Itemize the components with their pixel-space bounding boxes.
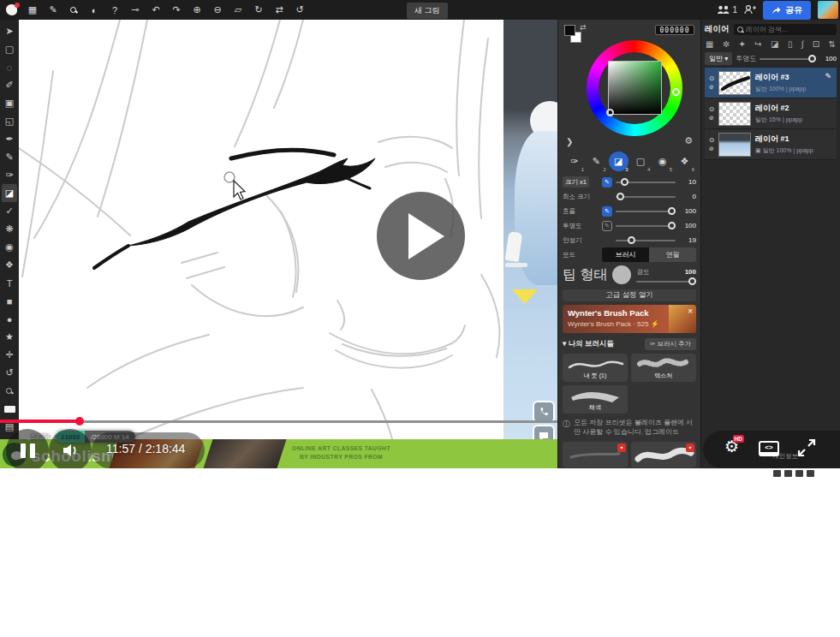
- zoom-out-icon[interactable]: ⊖: [207, 3, 228, 18]
- document-title[interactable]: 새 그림: [407, 3, 448, 19]
- collaborators-count[interactable]: 1: [717, 5, 737, 15]
- opacity-slider[interactable]: [616, 225, 676, 227]
- layer-search-input[interactable]: [746, 26, 833, 33]
- size-label[interactable]: 크기 x1: [563, 176, 589, 188]
- fill-tool[interactable]: ◉: [2, 238, 17, 256]
- group-layers-icon[interactable]: ✲: [723, 39, 730, 49]
- pressure-toggle-icon[interactable]: ✎: [602, 206, 612, 217]
- brush-item[interactable]: 내 붓 (1): [563, 354, 628, 382]
- visibility-eye-icon[interactable]: ⊙: [709, 105, 715, 113]
- fullscreen-icon[interactable]: [797, 438, 816, 461]
- redo-icon[interactable]: ↷: [166, 3, 187, 18]
- footer-icons[interactable]: [773, 470, 814, 477]
- my-brushes-header[interactable]: ▾ 나의 브러시들: [563, 339, 614, 349]
- eyedropper-tool[interactable]: ✒: [2, 130, 17, 148]
- layer-row[interactable]: ⊙⊘ 레이어 #2 일반 15% | ppapp: [705, 98, 837, 129]
- rotate-icon[interactable]: ↻: [248, 3, 269, 18]
- help-icon[interactable]: ?: [104, 3, 125, 18]
- sv-selector[interactable]: [606, 109, 614, 116]
- embed-icon[interactable]: <>: [759, 441, 779, 456]
- tab-fill[interactable]: ◉5: [652, 152, 672, 171]
- poly-select-tool[interactable]: ✐: [2, 76, 17, 94]
- layer-row[interactable]: ⊙⊘ 레이어 #1 ▣일반 100% | ppapp: [705, 129, 837, 160]
- tab-brush[interactable]: ✑1: [564, 152, 584, 171]
- gradient-tool[interactable]: ❖: [2, 256, 17, 274]
- pencil-tool[interactable]: ✎: [2, 148, 17, 166]
- blend-mode-dropdown[interactable]: 일반 ▾: [705, 52, 732, 65]
- duplicate-layer-icon[interactable]: ⊡: [813, 39, 819, 49]
- visibility-eye-icon[interactable]: ⊙: [709, 74, 715, 82]
- locked-brush-item[interactable]: ✦: [563, 442, 628, 467]
- reset-view-icon[interactable]: ↺: [289, 3, 310, 18]
- flip-icon[interactable]: ⇄: [269, 3, 289, 18]
- brush-tool[interactable]: ✑: [2, 166, 17, 184]
- transform-tool[interactable]: ▣: [2, 94, 17, 112]
- lasso-tool[interactable]: ◌: [2, 58, 17, 76]
- merge-layer-icon[interactable]: ⇅: [829, 39, 836, 49]
- layer-lock-icon[interactable]: ⊘: [709, 115, 714, 122]
- text-tool[interactable]: T: [2, 274, 17, 292]
- min-size-slider[interactable]: [616, 196, 676, 198]
- stabilizer-slider[interactable]: [616, 240, 676, 241]
- video-progress-handle[interactable]: [75, 417, 84, 426]
- share-button[interactable]: 공유: [763, 1, 811, 20]
- star-tool[interactable]: ★: [2, 328, 17, 346]
- close-icon[interactable]: ×: [688, 307, 693, 316]
- zoom-tool[interactable]: [2, 382, 17, 400]
- hardness-slider[interactable]: [636, 281, 696, 283]
- pause-button[interactable]: [6, 429, 49, 468]
- zoom-in-icon[interactable]: ⊕: [187, 3, 207, 18]
- search-icon[interactable]: [63, 3, 84, 18]
- smudge-tool[interactable]: ✓: [2, 202, 17, 220]
- layer-opacity-slider[interactable]: [760, 58, 816, 60]
- contrast-icon[interactable]: ◐: [84, 3, 104, 18]
- swatch-tool[interactable]: [2, 400, 17, 418]
- tab-airbrush[interactable]: ❖6: [675, 152, 694, 171]
- rect-tool[interactable]: ■: [2, 292, 17, 310]
- foreground-swatch[interactable]: [564, 25, 575, 36]
- image-icon[interactable]: ▦: [22, 3, 43, 18]
- visibility-eye-icon[interactable]: ⊙: [709, 136, 715, 144]
- play-button[interactable]: [377, 192, 465, 280]
- pressure-toggle-icon[interactable]: ✎: [602, 221, 612, 231]
- undo-icon[interactable]: ↶: [146, 3, 166, 18]
- size-slider[interactable]: [616, 182, 676, 183]
- layer-search[interactable]: [734, 24, 837, 35]
- tab-select[interactable]: ▢4: [630, 152, 650, 171]
- crop-tool[interactable]: ◱: [2, 112, 17, 130]
- brush-item[interactable]: 채색: [563, 385, 628, 414]
- clip-layer-icon[interactable]: ∫: [801, 39, 804, 49]
- hand-tool[interactable]: ✛: [2, 346, 17, 364]
- app-logo-icon[interactable]: [0, 2, 22, 19]
- saturation-square[interactable]: [608, 61, 662, 115]
- add-brush-button[interactable]: ✑ 브러시 추가: [645, 338, 696, 350]
- layer-properties-icon[interactable]: ▦: [706, 39, 713, 49]
- advanced-settings-button[interactable]: 고급 설정 열기: [563, 289, 696, 301]
- clear-layer-icon[interactable]: ◪: [771, 39, 778, 49]
- hue-selector[interactable]: [672, 88, 680, 96]
- avatar[interactable]: [818, 1, 838, 19]
- ellipse-tool[interactable]: ●: [2, 310, 17, 328]
- eraser-tool[interactable]: ◪: [2, 184, 17, 202]
- blend-tool[interactable]: ❋: [2, 220, 17, 238]
- brush-item[interactable]: 텍스쳐: [631, 354, 696, 382]
- pencil-icon[interactable]: ✎: [43, 3, 63, 18]
- collapse-panel-icon[interactable]: ❯: [566, 137, 573, 146]
- move-tool[interactable]: ➤: [2, 22, 17, 40]
- volume-button[interactable]: [49, 429, 92, 468]
- delete-layer-icon[interactable]: ▯: [788, 39, 793, 49]
- swap-colors-icon[interactable]: ⇄: [580, 23, 587, 32]
- mode-brush-button[interactable]: 브러시: [602, 247, 649, 262]
- brush-pack-banner[interactable]: Wynter's Brush Pack Wynter's Brush Pack …: [563, 305, 696, 333]
- export-layer-icon[interactable]: ↪: [754, 39, 761, 49]
- locked-brush-item[interactable]: ✦: [631, 442, 696, 467]
- layer-lock-icon[interactable]: ⊘: [709, 84, 714, 91]
- hex-color-field[interactable]: 000000: [655, 25, 694, 35]
- layer-row[interactable]: ⊙⊘ 레이어 #3 일반 100% | ppapp ✎: [705, 68, 837, 98]
- mode-pencil-button[interactable]: 연필: [649, 247, 696, 262]
- marquee-tool[interactable]: ▢: [2, 40, 17, 58]
- tab-eraser[interactable]: ◪3: [609, 152, 629, 171]
- rotate-canvas-tool[interactable]: ↺: [2, 364, 17, 382]
- key-icon[interactable]: ⊸: [125, 3, 146, 18]
- layer-lock-icon[interactable]: ⊘: [709, 146, 714, 152]
